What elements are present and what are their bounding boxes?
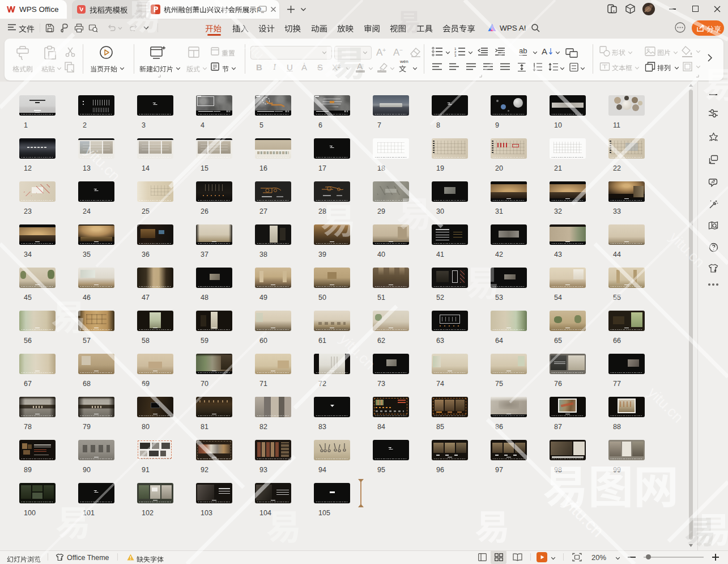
svg-text:3: 3 [454, 54, 457, 57]
